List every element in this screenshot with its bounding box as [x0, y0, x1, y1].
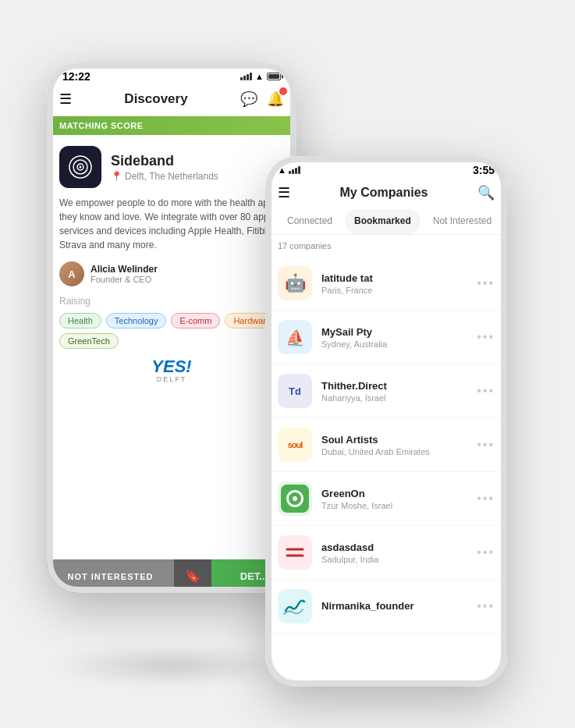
search-button[interactable]: 🔍: [477, 184, 495, 201]
location-pin-icon: 📍: [111, 171, 122, 182]
company-logo-nirmanika: [278, 589, 312, 623]
notification-badge: [279, 87, 287, 95]
my-companies-phone: ▲ 3:55 ☰ My Companies 🔍 Connected Boo: [265, 156, 507, 687]
company-list-name: GreenOn: [321, 488, 477, 499]
company-list-info: Thither.Direct Nahariyya, Israel: [321, 380, 477, 403]
company-list-location: Sadulpur, India: [321, 555, 477, 564]
bell-icon[interactable]: 🔔: [267, 91, 284, 108]
company-description: We empower people to do more with the he…: [59, 196, 284, 252]
company-list-info: MySail Pty Sydney, Australia: [321, 326, 477, 349]
tag-health[interactable]: Health: [59, 313, 101, 328]
time-back: 12:22: [62, 70, 91, 83]
more-options-button[interactable]: •••: [477, 330, 495, 344]
company-list-name: MySail Pty: [321, 326, 477, 338]
bookmark-icon: 🔖: [185, 569, 201, 584]
more-options-button[interactable]: •••: [477, 599, 495, 613]
sideband-logo-svg: [66, 153, 94, 181]
my-companies-title: My Companies: [340, 186, 428, 200]
company-logo-mysail: ⛵: [278, 320, 312, 354]
company-logo-thither: Td: [278, 374, 312, 408]
raising-label: Raising: [59, 296, 284, 307]
list-item[interactable]: Nirmanika_founder •••: [265, 580, 507, 634]
more-options-button[interactable]: •••: [477, 384, 495, 398]
list-item[interactable]: asdasdasd Sadulpur, India •••: [265, 526, 507, 580]
discovery-title: Discovery: [124, 91, 187, 107]
yes-delft-logo: YES!: [151, 358, 191, 375]
company-list-info: Nirmanika_founder: [321, 600, 477, 613]
company-list-name: Thither.Direct: [321, 380, 477, 392]
time-front: 3:55: [473, 164, 495, 176]
company-logo-latitude: 🤖: [278, 266, 312, 300]
discovery-phone: 12:22 ▲ ☰ Discovery 💬 🔔: [47, 62, 296, 593]
company-list-location: Nahariyya, Israel: [321, 393, 477, 403]
not-interested-button[interactable]: NOT INTERESTED: [47, 559, 174, 593]
front-menu-button[interactable]: ☰: [278, 184, 290, 201]
greenon-circle: [286, 490, 303, 507]
tabs-row: Connected Bookmarked Not Interested: [265, 209, 507, 235]
company-location-back: 📍 Delft, The Netherlands: [111, 171, 218, 182]
mysail-logo-svg: ⛵: [281, 323, 309, 351]
more-options-button[interactable]: •••: [477, 492, 495, 506]
company-list-name: latitude tat: [321, 272, 477, 284]
company-list-name: Nirmanika_founder: [321, 600, 477, 612]
founder-avatar-inner: A: [59, 261, 84, 286]
chat-icon[interactable]: 💬: [240, 91, 257, 108]
list-item[interactable]: ⛵ MySail Pty Sydney, Australia •••: [265, 311, 507, 364]
founder-row: A Alicia Welinder Founder & CEO +8: [59, 261, 284, 286]
yes-delft-sponsor: YES! DELFT: [59, 358, 284, 383]
svg-text:⛵: ⛵: [286, 328, 305, 347]
status-bar-front: ▲ 3:55: [265, 156, 507, 179]
company-header: Sideband 📍 Delft, The Netherlands: [59, 146, 284, 188]
discovery-header: ☰ Discovery 💬 🔔: [47, 86, 296, 116]
tag-ecomm[interactable]: E-comm: [171, 313, 220, 328]
svg-rect-9: [281, 592, 309, 620]
wifi-icon-front: ▲: [278, 165, 286, 175]
list-item[interactable]: 🤖 latitude tat Paris, France •••: [265, 257, 507, 311]
companies-count: 17 companies: [265, 235, 507, 257]
matching-score-bar: Matching Score: [47, 116, 296, 135]
company-logo-asdasd: [278, 535, 312, 570]
company-list-name: asdasdasd: [321, 542, 477, 553]
svg-rect-6: [281, 538, 309, 566]
signal-icon: [240, 73, 252, 80]
company-logo-back: [59, 146, 101, 188]
company-list-location: Tzur Moshe, Israel: [321, 501, 477, 510]
company-list-info: GreenOn Tzur Moshe, Israel: [321, 488, 477, 510]
battery-icon: [267, 73, 281, 80]
list-item[interactable]: GreenOn Tzur Moshe, Israel •••: [265, 472, 507, 526]
list-item[interactable]: soul Soul Artists Dubai, United Arab Emi…: [265, 418, 507, 472]
company-list-location: Paris, France: [321, 286, 477, 295]
more-options-button[interactable]: •••: [477, 438, 495, 452]
company-list-info: latitude tat Paris, France: [321, 272, 477, 295]
svg-point-3: [80, 166, 82, 169]
bottom-actions: NOT INTERESTED 🔖 DET...: [47, 559, 296, 593]
tab-connected[interactable]: Connected: [278, 209, 342, 234]
signal-icon-front: [289, 166, 300, 174]
founder-name: Alicia Welinder: [91, 264, 268, 275]
details-label: DET...: [240, 570, 268, 582]
tag-greentech[interactable]: GreenTech: [59, 333, 119, 349]
asdasd-logo-svg: [281, 538, 309, 566]
nirmanika-logo-svg: [281, 592, 309, 620]
founder-avatar: A: [59, 261, 84, 286]
company-info: Sideband 📍 Delft, The Netherlands: [111, 153, 218, 182]
bookmark-button[interactable]: 🔖: [174, 559, 211, 593]
tab-bookmarked[interactable]: Bookmarked: [345, 209, 421, 234]
menu-button[interactable]: ☰: [59, 91, 72, 108]
matching-score-label: Matching Score: [59, 121, 144, 130]
company-name-back: Sideband: [111, 153, 218, 169]
tab-not-interested[interactable]: Not Interested: [424, 209, 501, 234]
tab-bookmarked-label: Bookmarked: [354, 215, 411, 226]
company-logo-soul: soul: [278, 428, 312, 462]
status-icons-back: ▲: [240, 72, 281, 81]
more-options-button[interactable]: •••: [477, 276, 495, 290]
tag-technology[interactable]: Technology: [106, 313, 167, 328]
tab-connected-label: Connected: [287, 215, 332, 226]
more-options-button[interactable]: •••: [477, 545, 495, 559]
company-list-name: Soul Artists: [321, 434, 477, 446]
status-bar-back: 12:22 ▲: [47, 62, 296, 86]
founder-title: Founder & CEO: [91, 275, 268, 284]
list-item[interactable]: Td Thither.Direct Nahariyya, Israel •••: [265, 364, 507, 418]
front-header: ☰ My Companies 🔍: [265, 179, 507, 209]
company-card: Sideband 📍 Delft, The Netherlands We emp…: [47, 135, 296, 402]
